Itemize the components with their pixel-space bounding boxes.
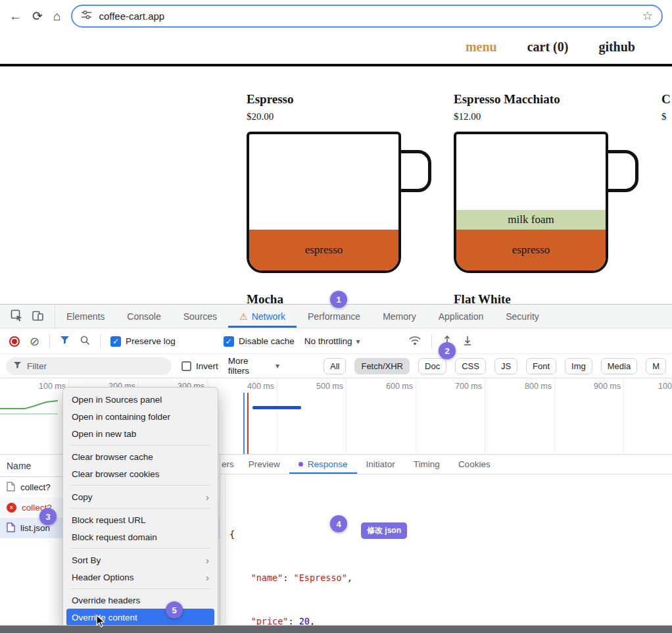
address-bar[interactable]: coffee-cart.app ☆ (71, 5, 663, 28)
menu-separator (70, 485, 210, 486)
product-name: Espresso Macchiato (454, 92, 608, 107)
chip-cut[interactable]: M (646, 358, 666, 374)
tab-network[interactable]: ⚠ Network (228, 305, 297, 328)
nav-link-menu[interactable]: menu (466, 39, 497, 55)
menu-item-header-options[interactable]: Header Options › (66, 569, 214, 586)
search-icon[interactable] (80, 335, 90, 347)
menu-item-open-in-folder[interactable]: Open in containing folder (66, 408, 214, 425)
json-file-icon (7, 522, 15, 534)
menu-item-copy[interactable]: Copy › (66, 488, 214, 505)
chip-font[interactable]: Font (526, 358, 556, 374)
chip-js[interactable]: JS (494, 358, 517, 374)
refresh-icon[interactable]: ⟳ (32, 10, 43, 22)
record-button[interactable] (9, 336, 20, 347)
home-icon[interactable]: ⌂ (53, 10, 60, 22)
checkbox-checked-icon: ✓ (224, 336, 234, 347)
domcontentloaded-marker (243, 393, 245, 454)
espresso-cup[interactable]: espresso (247, 132, 401, 273)
tab-application[interactable]: Application (427, 305, 495, 328)
time-label: 500 ms (316, 382, 343, 391)
funnel-icon (13, 361, 22, 371)
chip-media[interactable]: Media (601, 358, 637, 374)
network-overview-graph (0, 398, 72, 438)
submenu-arrow-icon: › (206, 572, 209, 583)
submenu-arrow-icon: › (206, 492, 209, 503)
menu-item-block-domain[interactable]: Block request domain (66, 528, 214, 545)
bookmark-star-icon[interactable]: ☆ (642, 9, 653, 23)
devtools-tabbar: Elements Console Sources ⚠ Network Perfo… (0, 305, 672, 328)
espresso-macchiato-cup[interactable]: milk foam espresso (454, 132, 608, 273)
product-card-partial: C $ (661, 92, 672, 122)
submenu-arrow-icon: › (206, 555, 209, 566)
menu-item-sort-by[interactable]: Sort By › (66, 551, 214, 569)
record-dot (12, 339, 17, 344)
time-label: 900 ms (594, 382, 621, 391)
time-label: 600 ms (386, 382, 413, 391)
chevron-down-icon: ▾ (276, 361, 279, 370)
back-icon[interactable]: ← (9, 10, 22, 22)
product-card-espresso: Espresso $20.00 espresso (247, 92, 401, 273)
menu-item-clear-cache[interactable]: Clear browser cache (66, 448, 214, 465)
product-card-espresso-macchiato: Espresso Macchiato $12.00 milk foam espr… (454, 92, 608, 273)
filter-toggle-icon[interactable] (60, 336, 70, 347)
filter-input[interactable] (27, 361, 164, 371)
load-event-marker (247, 393, 249, 454)
inspect-element-icon[interactable] (11, 309, 23, 324)
chip-fetch-xhr[interactable]: Fetch/XHR (354, 358, 410, 374)
tab-performance[interactable]: Performance (297, 305, 372, 328)
throttling-select[interactable]: No throttling ▾ (304, 336, 360, 346)
request-detail-pane: ers Preview Response Initiator Timing Co… (220, 455, 672, 625)
error-icon: × (7, 503, 16, 513)
product-name: Espresso (247, 92, 401, 107)
time-label: 800 ms (525, 382, 552, 391)
tab-security[interactable]: Security (494, 305, 550, 328)
export-har-icon[interactable] (462, 335, 473, 348)
tab-memory[interactable]: Memory (372, 305, 427, 328)
nav-link-cart[interactable]: cart (0) (527, 39, 569, 55)
tab-cookies[interactable]: Cookies (449, 455, 500, 474)
chip-doc[interactable]: Doc (418, 358, 446, 374)
devtools-tool-icons (0, 305, 55, 328)
more-filters-dropdown[interactable]: More filters ▾ (228, 356, 279, 376)
chip-all[interactable]: All (324, 358, 346, 374)
chevron-down-icon: ▾ (356, 337, 360, 346)
tab-initiator[interactable]: Initiator (357, 455, 404, 474)
response-dot-icon (299, 462, 303, 467)
filter-input-wrapper[interactable] (6, 357, 172, 375)
tab-preview[interactable]: Preview (239, 455, 289, 474)
menu-separator (70, 588, 210, 589)
menu-item-block-url[interactable]: Block request URL (66, 511, 214, 528)
tab-console[interactable]: Console (116, 305, 172, 328)
tab-headers-cut[interactable]: ers (220, 455, 239, 474)
menu-item-override-headers[interactable]: Override headers (66, 592, 214, 609)
screen: ← ⟳ ⌂ coffee-cart.app ☆ menu cart (0) gi… (0, 0, 672, 633)
invert-checkbox[interactable]: Invert (181, 361, 218, 371)
request-timing-bar (252, 406, 301, 409)
network-conditions-icon[interactable] (408, 336, 421, 347)
throttling-value: No throttling (304, 336, 352, 346)
code-line: "price": 20, (229, 614, 672, 625)
tab-timing[interactable]: Timing (404, 455, 449, 474)
preserve-log-checkbox[interactable]: ✓ Preserve log (110, 336, 176, 347)
code-line: "name": "Espresso", (229, 570, 672, 585)
menu-separator (70, 548, 210, 549)
chip-img[interactable]: Img (565, 358, 592, 374)
menu-item-clear-cookies[interactable]: Clear browser cookies (66, 465, 214, 482)
nav-divider (0, 64, 672, 66)
tab-response[interactable]: Response (289, 455, 357, 474)
clear-network-log-icon[interactable]: ⊘ (30, 336, 39, 347)
chip-css[interactable]: CSS (455, 358, 486, 374)
menu-item-override-content[interactable]: Override content (66, 609, 214, 626)
document-icon (7, 482, 15, 494)
tab-sources[interactable]: Sources (172, 305, 228, 328)
menu-separator (70, 508, 210, 509)
tab-elements[interactable]: Elements (55, 305, 116, 328)
menu-item-open-in-sources[interactable]: Open in Sources panel (66, 391, 214, 408)
mouse-cursor-icon (96, 615, 107, 630)
device-toolbar-icon[interactable] (32, 309, 44, 324)
disable-cache-checkbox[interactable]: ✓ Disable cache (224, 336, 295, 347)
menu-item-open-new-tab[interactable]: Open in new tab (66, 425, 214, 442)
network-toolbar: ⊘ ✓ Preserve log ✓ Disable cache No thro… (0, 329, 672, 354)
nav-link-github[interactable]: github (598, 39, 635, 55)
site-settings-icon[interactable] (81, 9, 92, 23)
